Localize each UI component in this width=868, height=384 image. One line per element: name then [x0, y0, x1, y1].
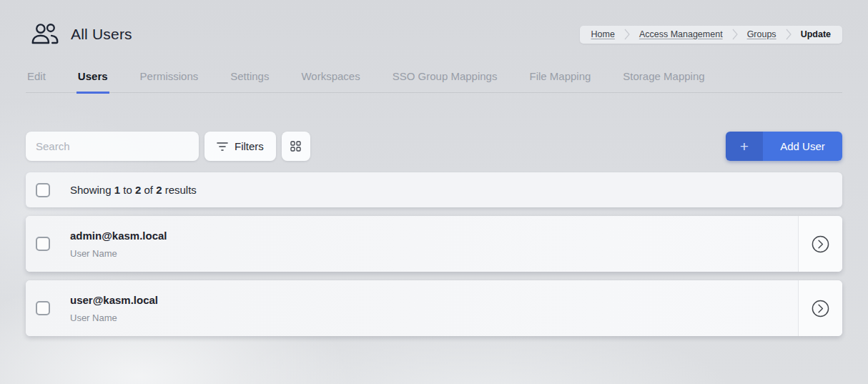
plus-icon: +	[726, 132, 763, 161]
tab-users[interactable]: Users	[77, 66, 109, 94]
username-field-label: User Name	[70, 248, 167, 259]
chevron-right-separator-icon	[730, 29, 740, 40]
user-text: admin@kasm.local User Name	[70, 230, 167, 259]
row-checkbox[interactable]	[36, 301, 50, 315]
filters-button-label: Filters	[235, 140, 264, 152]
table-row: user@kasm.local User Name	[26, 280, 842, 336]
chevron-right-circle-icon	[811, 299, 830, 318]
tab-bar: Edit Users Permissions Settings Workspac…	[26, 66, 842, 93]
results-bar: Showing 1 to 2 of 2 results	[26, 172, 842, 207]
tab-edit[interactable]: Edit	[26, 66, 47, 94]
user-text: user@kasm.local User Name	[70, 294, 158, 323]
filter-icon	[217, 142, 228, 152]
tab-file-mapping[interactable]: File Mapping	[528, 66, 592, 94]
page-header: All Users Home Access Management Groups …	[0, 0, 868, 47]
user-row-main: user@kasm.local User Name	[26, 280, 798, 336]
tab-permissions[interactable]: Permissions	[139, 66, 200, 94]
add-user-button[interactable]: + Add User	[726, 132, 842, 161]
all-users-page: All Users Home Access Management Groups …	[0, 0, 868, 384]
add-user-button-label: Add User	[763, 132, 842, 161]
grid-icon	[290, 141, 301, 152]
username-field-label: User Name	[70, 312, 158, 323]
toolbar: Filters + Add User	[26, 132, 842, 161]
grid-view-button[interactable]	[282, 132, 310, 161]
table-row: admin@kasm.local User Name	[26, 216, 842, 272]
row-checkbox[interactable]	[36, 237, 50, 251]
breadcrumb-item-groups[interactable]: Groups	[740, 29, 784, 39]
user-row-main: admin@kasm.local User Name	[26, 216, 798, 272]
page-title: All Users	[71, 26, 132, 43]
breadcrumb-item-access-management[interactable]: Access Management	[632, 29, 730, 39]
select-all-checkbox[interactable]	[36, 183, 50, 197]
search-input[interactable]	[26, 132, 199, 161]
tab-storage-mapping[interactable]: Storage Mapping	[621, 66, 706, 94]
chevron-right-circle-icon	[811, 235, 830, 254]
username-value: user@kasm.local	[70, 294, 158, 306]
tab-settings[interactable]: Settings	[229, 66, 270, 94]
tab-workspaces[interactable]: Workspaces	[300, 66, 361, 94]
breadcrumb: Home Access Management Groups Update	[580, 26, 842, 44]
row-detail-button[interactable]	[798, 216, 842, 272]
chevron-right-separator-icon	[784, 29, 794, 40]
title-wrap: All Users	[30, 22, 132, 46]
results-summary: Showing 1 to 2 of 2 results	[70, 184, 197, 196]
tab-sso-group-mappings[interactable]: SSO Group Mappings	[391, 66, 499, 94]
people-icon	[30, 22, 60, 46]
breadcrumb-item-home[interactable]: Home	[584, 29, 622, 39]
chevron-right-separator-icon	[622, 29, 632, 40]
username-value: admin@kasm.local	[70, 230, 167, 242]
filters-button[interactable]: Filters	[204, 132, 276, 161]
breadcrumb-item-update: Update	[794, 29, 838, 39]
row-detail-button[interactable]	[798, 280, 842, 336]
